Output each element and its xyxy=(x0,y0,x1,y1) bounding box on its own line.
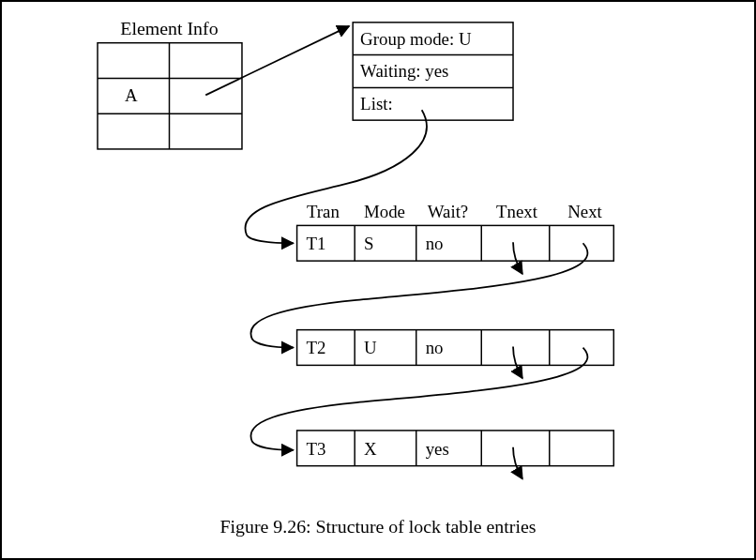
row2-tran: T2 xyxy=(307,338,326,357)
row3-mode: X xyxy=(364,439,377,459)
header-wait: Wait? xyxy=(428,202,469,221)
group-mode-line: Group mode: U xyxy=(360,29,472,49)
diagram-svg: Element Info A Group mode: U Waiting: ye… xyxy=(2,2,754,558)
row-1: T1 S no xyxy=(297,225,614,261)
grid-cell-a: A xyxy=(125,85,138,105)
svg-rect-7 xyxy=(297,225,614,261)
svg-rect-12 xyxy=(297,330,614,366)
header-tnext: Tnext xyxy=(496,202,538,221)
row2-mode: U xyxy=(364,338,377,357)
group-box: Group mode: U Waiting: yes List: xyxy=(353,23,513,120)
arrow-list-to-row1 xyxy=(245,110,426,243)
header-mode: Mode xyxy=(364,202,405,221)
element-info-grid: A xyxy=(98,43,242,149)
element-info-title: Element Info xyxy=(120,18,218,38)
row1-wait: no xyxy=(426,234,444,253)
waiting-line: Waiting: yes xyxy=(360,61,448,81)
row3-tran: T3 xyxy=(307,439,326,459)
row3-wait: yes xyxy=(426,439,449,459)
diagram-frame: Element Info A Group mode: U Waiting: ye… xyxy=(0,0,756,560)
svg-rect-17 xyxy=(297,431,614,466)
row-3: T3 X yes xyxy=(297,431,614,466)
row1-mode: S xyxy=(364,234,374,253)
list-line: List: xyxy=(360,94,393,114)
row1-tran: T1 xyxy=(307,234,326,253)
header-next: Next xyxy=(567,202,602,221)
row2-wait: no xyxy=(426,338,444,357)
figure-caption: Figure 9.26: Structure of lock table ent… xyxy=(220,516,537,537)
row-2: T2 U no xyxy=(297,330,614,366)
header-tran: Tran xyxy=(307,202,340,221)
